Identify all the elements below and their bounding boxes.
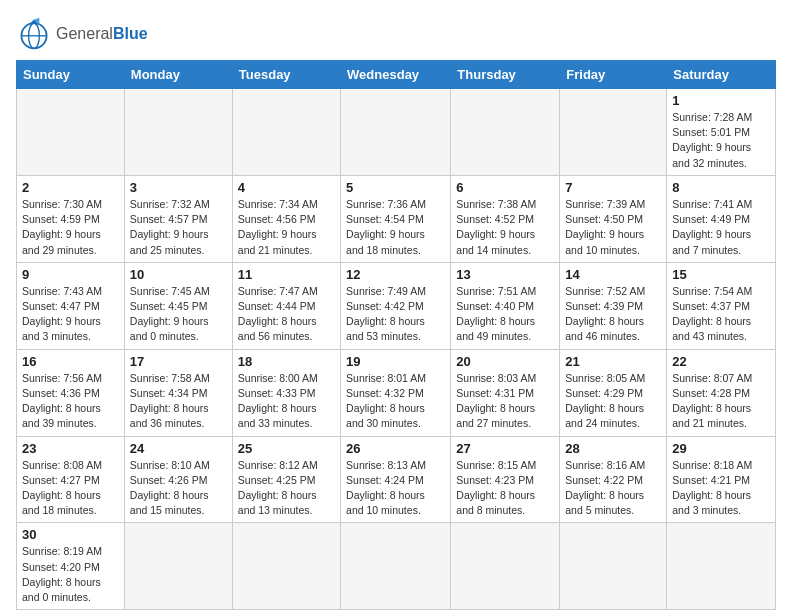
calendar-cell: 2Sunrise: 7:30 AM Sunset: 4:59 PM Daylig… xyxy=(17,175,125,262)
day-number: 11 xyxy=(238,267,335,282)
day-info: Sunrise: 7:49 AM Sunset: 4:42 PM Dayligh… xyxy=(346,284,445,345)
day-number: 17 xyxy=(130,354,227,369)
day-info: Sunrise: 7:36 AM Sunset: 4:54 PM Dayligh… xyxy=(346,197,445,258)
header-saturday: Saturday xyxy=(667,61,776,89)
day-number: 27 xyxy=(456,441,554,456)
day-info: Sunrise: 8:19 AM Sunset: 4:20 PM Dayligh… xyxy=(22,544,119,605)
calendar-week-row: 2Sunrise: 7:30 AM Sunset: 4:59 PM Daylig… xyxy=(17,175,776,262)
calendar-cell: 6Sunrise: 7:38 AM Sunset: 4:52 PM Daylig… xyxy=(451,175,560,262)
calendar-cell: 19Sunrise: 8:01 AM Sunset: 4:32 PM Dayli… xyxy=(341,349,451,436)
calendar-cell xyxy=(17,89,125,176)
day-info: Sunrise: 7:54 AM Sunset: 4:37 PM Dayligh… xyxy=(672,284,770,345)
header-friday: Friday xyxy=(560,61,667,89)
day-number: 30 xyxy=(22,527,119,542)
calendar-cell: 25Sunrise: 8:12 AM Sunset: 4:25 PM Dayli… xyxy=(232,436,340,523)
calendar: SundayMondayTuesdayWednesdayThursdayFrid… xyxy=(16,60,776,610)
day-info: Sunrise: 7:39 AM Sunset: 4:50 PM Dayligh… xyxy=(565,197,661,258)
day-info: Sunrise: 8:18 AM Sunset: 4:21 PM Dayligh… xyxy=(672,458,770,519)
calendar-cell: 5Sunrise: 7:36 AM Sunset: 4:54 PM Daylig… xyxy=(341,175,451,262)
calendar-cell: 20Sunrise: 8:03 AM Sunset: 4:31 PM Dayli… xyxy=(451,349,560,436)
calendar-cell: 10Sunrise: 7:45 AM Sunset: 4:45 PM Dayli… xyxy=(124,262,232,349)
day-info: Sunrise: 7:41 AM Sunset: 4:49 PM Dayligh… xyxy=(672,197,770,258)
day-number: 5 xyxy=(346,180,445,195)
calendar-week-row: 23Sunrise: 8:08 AM Sunset: 4:27 PM Dayli… xyxy=(17,436,776,523)
calendar-cell: 27Sunrise: 8:15 AM Sunset: 4:23 PM Dayli… xyxy=(451,436,560,523)
calendar-cell: 29Sunrise: 8:18 AM Sunset: 4:21 PM Dayli… xyxy=(667,436,776,523)
calendar-cell: 11Sunrise: 7:47 AM Sunset: 4:44 PM Dayli… xyxy=(232,262,340,349)
calendar-cell xyxy=(560,89,667,176)
calendar-week-row: 30Sunrise: 8:19 AM Sunset: 4:20 PM Dayli… xyxy=(17,523,776,610)
calendar-cell: 7Sunrise: 7:39 AM Sunset: 4:50 PM Daylig… xyxy=(560,175,667,262)
calendar-cell: 12Sunrise: 7:49 AM Sunset: 4:42 PM Dayli… xyxy=(341,262,451,349)
day-info: Sunrise: 7:45 AM Sunset: 4:45 PM Dayligh… xyxy=(130,284,227,345)
day-info: Sunrise: 7:28 AM Sunset: 5:01 PM Dayligh… xyxy=(672,110,770,171)
calendar-cell: 26Sunrise: 8:13 AM Sunset: 4:24 PM Dayli… xyxy=(341,436,451,523)
day-number: 2 xyxy=(22,180,119,195)
calendar-cell xyxy=(451,89,560,176)
calendar-cell: 16Sunrise: 7:56 AM Sunset: 4:36 PM Dayli… xyxy=(17,349,125,436)
logo: GeneralBlue xyxy=(16,16,148,52)
day-number: 13 xyxy=(456,267,554,282)
day-info: Sunrise: 8:03 AM Sunset: 4:31 PM Dayligh… xyxy=(456,371,554,432)
day-info: Sunrise: 7:58 AM Sunset: 4:34 PM Dayligh… xyxy=(130,371,227,432)
generalblue-logo-icon xyxy=(16,16,52,52)
day-number: 4 xyxy=(238,180,335,195)
day-info: Sunrise: 7:32 AM Sunset: 4:57 PM Dayligh… xyxy=(130,197,227,258)
header-tuesday: Tuesday xyxy=(232,61,340,89)
calendar-cell: 23Sunrise: 8:08 AM Sunset: 4:27 PM Dayli… xyxy=(17,436,125,523)
day-number: 16 xyxy=(22,354,119,369)
day-number: 10 xyxy=(130,267,227,282)
calendar-cell: 21Sunrise: 8:05 AM Sunset: 4:29 PM Dayli… xyxy=(560,349,667,436)
day-info: Sunrise: 8:12 AM Sunset: 4:25 PM Dayligh… xyxy=(238,458,335,519)
day-info: Sunrise: 8:00 AM Sunset: 4:33 PM Dayligh… xyxy=(238,371,335,432)
calendar-cell: 24Sunrise: 8:10 AM Sunset: 4:26 PM Dayli… xyxy=(124,436,232,523)
calendar-cell xyxy=(560,523,667,610)
day-info: Sunrise: 8:05 AM Sunset: 4:29 PM Dayligh… xyxy=(565,371,661,432)
day-number: 21 xyxy=(565,354,661,369)
calendar-cell xyxy=(341,523,451,610)
calendar-cell: 22Sunrise: 8:07 AM Sunset: 4:28 PM Dayli… xyxy=(667,349,776,436)
header-wednesday: Wednesday xyxy=(341,61,451,89)
day-info: Sunrise: 7:38 AM Sunset: 4:52 PM Dayligh… xyxy=(456,197,554,258)
header-sunday: Sunday xyxy=(17,61,125,89)
day-info: Sunrise: 8:16 AM Sunset: 4:22 PM Dayligh… xyxy=(565,458,661,519)
calendar-cell xyxy=(124,89,232,176)
header-thursday: Thursday xyxy=(451,61,560,89)
day-number: 15 xyxy=(672,267,770,282)
day-info: Sunrise: 8:01 AM Sunset: 4:32 PM Dayligh… xyxy=(346,371,445,432)
logo-text: GeneralBlue xyxy=(56,25,148,43)
day-number: 12 xyxy=(346,267,445,282)
day-number: 8 xyxy=(672,180,770,195)
day-number: 6 xyxy=(456,180,554,195)
day-info: Sunrise: 8:13 AM Sunset: 4:24 PM Dayligh… xyxy=(346,458,445,519)
calendar-cell: 4Sunrise: 7:34 AM Sunset: 4:56 PM Daylig… xyxy=(232,175,340,262)
calendar-cell xyxy=(124,523,232,610)
day-number: 28 xyxy=(565,441,661,456)
day-number: 1 xyxy=(672,93,770,108)
day-info: Sunrise: 8:08 AM Sunset: 4:27 PM Dayligh… xyxy=(22,458,119,519)
day-info: Sunrise: 7:34 AM Sunset: 4:56 PM Dayligh… xyxy=(238,197,335,258)
calendar-header-row: SundayMondayTuesdayWednesdayThursdayFrid… xyxy=(17,61,776,89)
calendar-cell: 13Sunrise: 7:51 AM Sunset: 4:40 PM Dayli… xyxy=(451,262,560,349)
day-number: 24 xyxy=(130,441,227,456)
day-number: 23 xyxy=(22,441,119,456)
day-number: 26 xyxy=(346,441,445,456)
day-number: 3 xyxy=(130,180,227,195)
day-number: 9 xyxy=(22,267,119,282)
day-info: Sunrise: 7:51 AM Sunset: 4:40 PM Dayligh… xyxy=(456,284,554,345)
header: GeneralBlue xyxy=(16,16,776,52)
day-info: Sunrise: 8:07 AM Sunset: 4:28 PM Dayligh… xyxy=(672,371,770,432)
calendar-cell: 28Sunrise: 8:16 AM Sunset: 4:22 PM Dayli… xyxy=(560,436,667,523)
calendar-cell: 8Sunrise: 7:41 AM Sunset: 4:49 PM Daylig… xyxy=(667,175,776,262)
day-info: Sunrise: 8:10 AM Sunset: 4:26 PM Dayligh… xyxy=(130,458,227,519)
day-info: Sunrise: 7:52 AM Sunset: 4:39 PM Dayligh… xyxy=(565,284,661,345)
calendar-cell xyxy=(232,89,340,176)
day-number: 25 xyxy=(238,441,335,456)
calendar-cell: 9Sunrise: 7:43 AM Sunset: 4:47 PM Daylig… xyxy=(17,262,125,349)
calendar-week-row: 16Sunrise: 7:56 AM Sunset: 4:36 PM Dayli… xyxy=(17,349,776,436)
calendar-week-row: 9Sunrise: 7:43 AM Sunset: 4:47 PM Daylig… xyxy=(17,262,776,349)
day-info: Sunrise: 7:47 AM Sunset: 4:44 PM Dayligh… xyxy=(238,284,335,345)
day-info: Sunrise: 8:15 AM Sunset: 4:23 PM Dayligh… xyxy=(456,458,554,519)
day-number: 19 xyxy=(346,354,445,369)
day-info: Sunrise: 7:56 AM Sunset: 4:36 PM Dayligh… xyxy=(22,371,119,432)
